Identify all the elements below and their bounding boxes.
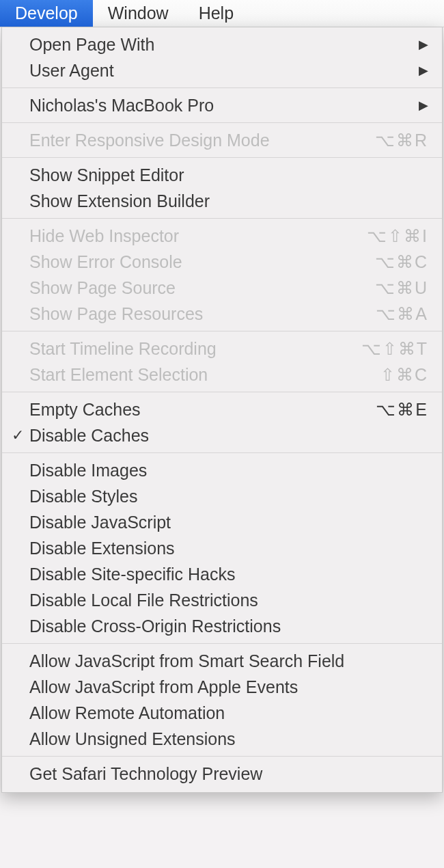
menubar-help[interactable]: Help	[184, 0, 249, 27]
menu-show-extension-builder-label: Show Extension Builder	[29, 191, 428, 211]
menu-start-timeline-shortcut: ⌥⇧⌘T	[361, 339, 428, 359]
menu-start-element-selection-shortcut: ⇧⌘C	[380, 365, 428, 385]
menu-allow-remote-automation[interactable]: Allow Remote Automation	[2, 700, 442, 726]
menu-separator	[2, 87, 442, 88]
menu-disable-site-hacks[interactable]: Disable Site-specific Hacks	[2, 561, 442, 587]
menu-show-page-source: Show Page Source ⌥⌘U	[2, 275, 442, 301]
menu-hide-web-inspector-label: Hide Web Inspector	[29, 226, 367, 246]
menu-disable-images[interactable]: Disable Images	[2, 457, 442, 483]
menu-get-safari-tech-preview[interactable]: Get Safari Technology Preview	[2, 761, 442, 787]
menu-get-safari-tech-preview-label: Get Safari Technology Preview	[29, 764, 428, 784]
menu-show-error-console: Show Error Console ⌥⌘C	[2, 249, 442, 275]
menu-disable-images-label: Disable Images	[29, 461, 428, 480]
menu-disable-local-file[interactable]: Disable Local File Restrictions	[2, 587, 442, 613]
menu-allow-unsigned-ext-label: Allow Unsigned Extensions	[29, 729, 428, 749]
menu-disable-styles-label: Disable Styles	[29, 487, 428, 506]
menu-separator	[2, 218, 442, 219]
menu-separator	[2, 122, 442, 123]
menu-hide-web-inspector: Hide Web Inspector ⌥⇧⌘I	[2, 223, 442, 249]
menu-disable-styles[interactable]: Disable Styles	[2, 483, 442, 509]
menu-open-page-with-label: Open Page With	[29, 35, 419, 55]
menu-start-timeline: Start Timeline Recording ⌥⇧⌘T	[2, 336, 442, 362]
menu-show-page-resources-shortcut: ⌥⌘A	[376, 304, 428, 324]
submenu-arrow-icon: ▶	[419, 98, 428, 113]
menu-empty-caches[interactable]: Empty Caches ⌥⌘E	[2, 396, 442, 422]
menu-disable-caches-label: Disable Caches	[29, 426, 428, 446]
menu-disable-local-file-label: Disable Local File Restrictions	[29, 591, 428, 610]
menu-disable-javascript[interactable]: Disable JavaScript	[2, 509, 442, 535]
menu-device[interactable]: Nicholas's MacBook Pro ▶	[2, 92, 442, 118]
menu-disable-cross-origin[interactable]: Disable Cross-Origin Restrictions	[2, 613, 442, 639]
check-icon: ✓	[12, 426, 29, 444]
menu-separator	[2, 157, 442, 158]
menu-show-error-console-label: Show Error Console	[29, 252, 375, 272]
menu-disable-caches[interactable]: ✓ Disable Caches	[2, 422, 442, 448]
menu-show-extension-builder[interactable]: Show Extension Builder	[2, 188, 442, 214]
submenu-arrow-icon: ▶	[419, 63, 428, 78]
menu-enter-responsive: Enter Responsive Design Mode ⌥⌘R	[2, 127, 442, 153]
menu-open-page-with[interactable]: Open Page With ▶	[2, 31, 442, 57]
menu-allow-js-smart-search[interactable]: Allow JavaScript from Smart Search Field	[2, 648, 442, 674]
menu-start-element-selection-label: Start Element Selection	[29, 365, 380, 385]
menu-device-label: Nicholas's MacBook Pro	[29, 96, 419, 116]
menu-show-error-console-shortcut: ⌥⌘C	[375, 252, 428, 272]
menubar-window-label: Window	[108, 3, 169, 23]
menu-show-snippet-editor-label: Show Snippet Editor	[29, 165, 428, 185]
menubar: Develop Window Help	[0, 0, 444, 27]
menu-start-timeline-label: Start Timeline Recording	[29, 339, 361, 359]
menu-start-element-selection: Start Element Selection ⇧⌘C	[2, 362, 442, 388]
menu-empty-caches-shortcut: ⌥⌘E	[376, 400, 428, 420]
menu-show-page-resources: Show Page Resources ⌥⌘A	[2, 301, 442, 327]
menu-show-page-resources-label: Show Page Resources	[29, 304, 376, 324]
menu-separator	[2, 452, 442, 453]
menu-disable-extensions[interactable]: Disable Extensions	[2, 535, 442, 561]
menu-disable-extensions-label: Disable Extensions	[29, 539, 428, 558]
menubar-develop-label: Develop	[15, 3, 78, 23]
menu-allow-js-apple-events[interactable]: Allow JavaScript from Apple Events	[2, 674, 442, 700]
menu-disable-cross-origin-label: Disable Cross-Origin Restrictions	[29, 616, 428, 636]
menu-allow-js-smart-search-label: Allow JavaScript from Smart Search Field	[29, 651, 428, 671]
menubar-window[interactable]: Window	[93, 0, 184, 27]
menu-separator	[2, 756, 442, 757]
menu-separator	[2, 643, 442, 644]
menu-allow-unsigned-ext[interactable]: Allow Unsigned Extensions	[2, 726, 442, 752]
menu-show-page-source-label: Show Page Source	[29, 278, 375, 298]
menu-separator	[2, 331, 442, 331]
menu-hide-web-inspector-shortcut: ⌥⇧⌘I	[367, 226, 428, 246]
menu-disable-javascript-label: Disable JavaScript	[29, 513, 428, 532]
menu-user-agent-label: User Agent	[29, 61, 419, 81]
menu-disable-site-hacks-label: Disable Site-specific Hacks	[29, 565, 428, 584]
menu-separator	[2, 392, 442, 392]
menu-show-page-source-shortcut: ⌥⌘U	[375, 278, 428, 298]
menu-allow-js-apple-events-label: Allow JavaScript from Apple Events	[29, 677, 428, 697]
menu-show-snippet-editor[interactable]: Show Snippet Editor	[2, 162, 442, 188]
develop-dropdown: Open Page With ▶ User Agent ▶ Nicholas's…	[1, 27, 443, 793]
menu-allow-remote-automation-label: Allow Remote Automation	[29, 703, 428, 723]
submenu-arrow-icon: ▶	[419, 37, 428, 52]
menubar-help-label: Help	[199, 3, 234, 23]
menu-user-agent[interactable]: User Agent ▶	[2, 57, 442, 83]
menubar-develop[interactable]: Develop	[0, 0, 93, 27]
menu-empty-caches-label: Empty Caches	[29, 400, 376, 420]
menu-enter-responsive-label: Enter Responsive Design Mode	[29, 131, 375, 150]
menu-enter-responsive-shortcut: ⌥⌘R	[375, 131, 428, 150]
